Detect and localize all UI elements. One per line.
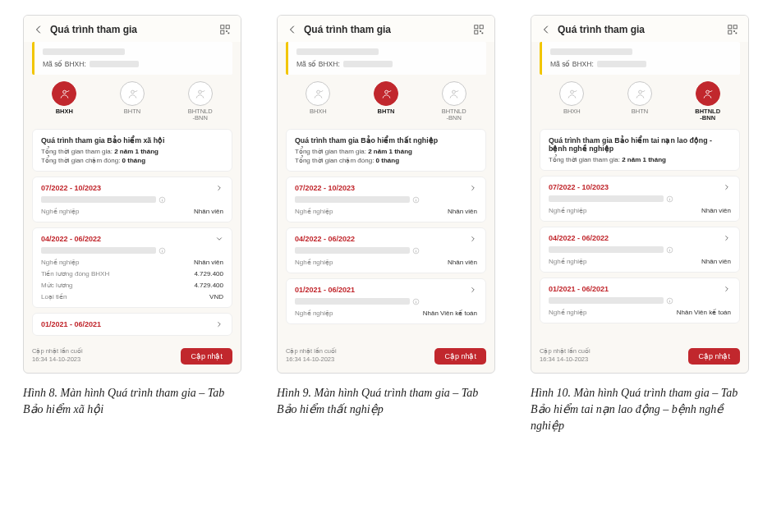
back-icon[interactable]	[34, 25, 44, 34]
chevron-right-icon	[215, 320, 223, 328]
period-range: 01/2021 - 06/2021	[41, 320, 101, 328]
tab-bhxh[interactable]: BHXH	[32, 81, 97, 122]
figure-caption-9: Hình 9. Màn hình Quá trình tham gia – Ta…	[277, 385, 495, 435]
screen-header: Quá trình tham gia	[531, 16, 748, 42]
tab-bar: BHXHBHTNBHTNLD-BNN	[286, 81, 486, 122]
period-card[interactable]: 04/2022 - 06/2022Nghề nghiệpNhân viênTiề…	[32, 227, 232, 308]
svg-rect-0	[221, 25, 224, 29]
svg-rect-15	[480, 25, 483, 29]
svg-point-26	[416, 249, 416, 250]
svg-rect-47	[669, 300, 670, 302]
svg-rect-32	[733, 25, 737, 29]
qr-icon[interactable]	[219, 24, 231, 35]
period-range: 01/2021 - 06/2021	[549, 285, 609, 293]
tab-bhtnld[interactable]: BHTNLD-BNN	[168, 81, 232, 122]
svg-rect-16	[475, 30, 478, 34]
back-icon[interactable]	[287, 25, 297, 34]
info-icon	[412, 247, 420, 255]
period-card[interactable]: 07/2022 - 10/2023Nghề nghiệpNhân viên	[32, 177, 232, 222]
svg-rect-33	[728, 30, 732, 34]
tab-label: BHXH	[563, 108, 581, 115]
tab-label: BHTN	[632, 108, 648, 115]
svg-rect-34	[733, 30, 735, 32]
period-card[interactable]: 04/2022 - 06/2022Nghề nghiệpNhân viên	[286, 227, 486, 273]
field-row: Tiền lương đóng BHXH4.729.400	[41, 270, 223, 277]
tab-bhtn[interactable]: BHTN	[354, 81, 419, 122]
svg-point-12	[162, 249, 163, 250]
period-card[interactable]: 07/2022 - 10/2023Nghề nghiệpNhân viên	[286, 177, 486, 222]
user-code-redacted	[597, 61, 646, 67]
svg-point-5	[62, 90, 66, 94]
tab-bhtnld[interactable]: BHTNLD-BNN	[421, 81, 486, 122]
user-block: Mã số BHXH:	[540, 42, 740, 75]
page-title: Quá trình tham gia	[558, 24, 720, 35]
period-range: 07/2022 - 10/2023	[295, 184, 355, 192]
svg-point-46	[669, 299, 670, 300]
tab-bhtn[interactable]: BHTN	[608, 81, 673, 122]
field-row: Mức lương4.729.400	[41, 282, 223, 289]
phone-screen-3: Quá trình tham giaMã số BHXH: BHXHBHTNBH…	[531, 15, 749, 374]
tab-label: BHTNLD-BNN	[695, 108, 720, 122]
period-card[interactable]: 07/2022 - 10/2023Nghề nghiệpNhân viên	[540, 176, 740, 222]
qr-icon[interactable]	[473, 24, 485, 35]
last-update: Cập nhật lần cuối16:34 14-10-2023	[32, 347, 83, 365]
summary-card: Quá trình tham gia Bảo hiểm thất nghiệpT…	[286, 129, 486, 172]
company-redacted	[295, 247, 410, 254]
field-row: Loại tiềnVND	[41, 293, 223, 300]
svg-rect-24	[416, 200, 416, 201]
user-block: Mã số BHXH:	[32, 42, 232, 75]
user-name-redacted	[550, 48, 632, 55]
chevron-right-icon	[469, 235, 477, 243]
tab-bhtnld[interactable]: BHTNLD-BNN	[675, 81, 740, 122]
user-name-redacted	[296, 48, 379, 55]
period-card[interactable]: 01/2021 - 06/2021Nghề nghiệpNhân Viên kế…	[540, 277, 740, 323]
company-redacted	[41, 196, 156, 203]
tab-bar: BHXHBHTNBHTNLD-BNN	[540, 81, 740, 122]
company-redacted	[41, 247, 156, 254]
user-name-redacted	[43, 48, 125, 55]
info-icon	[666, 195, 673, 203]
chevron-right-icon	[723, 234, 731, 242]
field-row: Nghề nghiệpNhân viên	[41, 259, 223, 266]
period-card[interactable]: 01/2021 - 06/2021	[32, 313, 232, 336]
update-button[interactable]: Cập nhật	[434, 348, 486, 365]
svg-point-38	[706, 90, 710, 94]
info-icon	[159, 196, 166, 204]
svg-rect-1	[226, 25, 229, 29]
field-row: Nghề nghiệpNhân Viên kế toán	[295, 310, 477, 317]
company-redacted	[549, 195, 664, 202]
tab-bhxh[interactable]: BHXH	[540, 81, 604, 122]
period-range: 01/2021 - 06/2021	[295, 286, 355, 294]
last-update: Cập nhật lần cuối16:34 14-10-2023	[286, 347, 337, 365]
svg-point-37	[638, 90, 641, 94]
svg-rect-17	[480, 30, 481, 32]
tab-label: BHTN	[378, 108, 395, 115]
company-redacted	[295, 196, 410, 203]
svg-point-40	[669, 197, 670, 198]
tab-bhtn[interactable]: BHTN	[100, 81, 165, 122]
tab-label: BHXH	[56, 108, 73, 115]
update-button[interactable]: Cập nhật	[688, 348, 740, 365]
period-card[interactable]: 01/2021 - 06/2021Nghề nghiệpNhân Viên kế…	[286, 278, 486, 324]
user-code-redacted	[343, 61, 393, 67]
tab-label: BHTNLD-BNN	[188, 108, 213, 122]
summary-card: Quá trình tham gia Bảo hiểm xã hộiTổng t…	[32, 129, 232, 172]
update-button[interactable]: Cập nhật	[181, 348, 232, 365]
tab-bar: BHXHBHTNBHTNLD-BNN	[32, 81, 232, 122]
chevron-right-icon	[215, 184, 223, 192]
period-card[interactable]: 04/2022 - 06/2022Nghề nghiệpNhân viên	[540, 227, 740, 273]
back-icon[interactable]	[541, 25, 551, 34]
svg-rect-35	[736, 33, 738, 34]
svg-rect-30	[416, 301, 416, 303]
svg-rect-2	[221, 30, 224, 34]
qr-icon[interactable]	[727, 24, 738, 35]
field-row: Nghề nghiệpNhân viên	[295, 208, 477, 215]
svg-point-36	[570, 90, 573, 94]
tab-bhxh[interactable]: BHXH	[286, 81, 351, 122]
svg-rect-10	[162, 200, 163, 201]
company-redacted	[295, 298, 410, 305]
summary-title: Quá trình tham gia Bảo hiểm xã hội	[41, 136, 223, 144]
svg-rect-18	[482, 33, 484, 34]
svg-point-23	[416, 198, 416, 199]
svg-rect-41	[669, 199, 670, 200]
